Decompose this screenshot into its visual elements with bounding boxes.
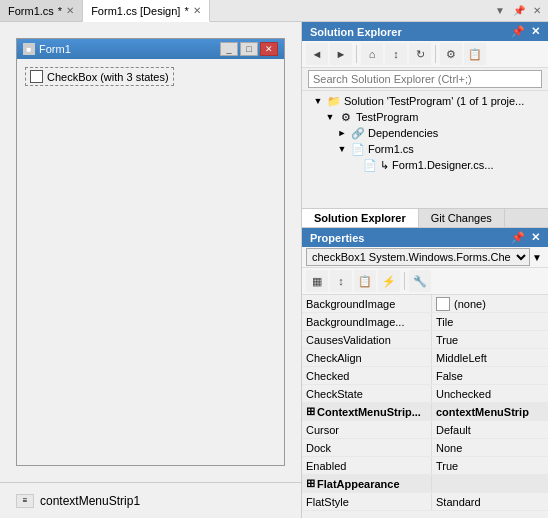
form-window-controls: _ □ ✕ (220, 42, 278, 56)
prop-value-check-align[interactable]: MiddleLeft (432, 349, 548, 366)
prop-value-causes-validation[interactable]: True (432, 331, 548, 348)
tab-form1-design-close[interactable]: ✕ (193, 5, 201, 16)
prop-categorized-btn[interactable]: ▦ (306, 270, 328, 292)
designer-panel: ■ Form1 _ □ ✕ CheckBox (with 3 states) ≡… (0, 22, 302, 518)
project-icon: ⚙ (338, 110, 354, 124)
prop-expand-icon-flat[interactable]: ⊞ (306, 477, 315, 490)
solution-explorer-header-actions: 📌 ✕ (511, 25, 540, 38)
tree-item-project[interactable]: ▼ ⚙ TestProgram (302, 109, 548, 125)
tree-label-project: TestProgram (356, 111, 418, 123)
tree-arrow-form1[interactable]: ▼ (336, 144, 348, 154)
prop-search-btn[interactable]: 🔧 (409, 270, 431, 292)
tree-item-solution[interactable]: ▼ 📁 Solution 'TestProgram' (1 of 1 proje… (302, 93, 548, 109)
tab-close-btn[interactable]: ✕ (530, 4, 544, 17)
prop-properties-btn[interactable]: 📋 (354, 270, 376, 292)
checkbox-box (30, 70, 43, 83)
tab-form1-design-modified: * (184, 5, 188, 17)
prop-object-selector[interactable]: checkBox1 System.Windows.Forms.Che ▼ (302, 247, 548, 268)
solution-explorer-close-btn[interactable]: ✕ (531, 25, 540, 38)
prop-events-btn[interactable]: ⚡ (378, 270, 400, 292)
solution-explorer-search-input[interactable] (308, 70, 542, 88)
prop-name-flat-style: FlatStyle (302, 493, 432, 510)
prop-value-check-state[interactable]: Unchecked (432, 385, 548, 402)
form-minimize-btn[interactable]: _ (220, 42, 238, 56)
context-menu-label: contextMenuStrip1 (40, 494, 140, 508)
se-toolbar-sep-2 (435, 45, 436, 63)
properties-pin-btn[interactable]: 📌 (511, 231, 525, 244)
prop-name-bg-image: BackgroundImage (302, 295, 432, 312)
properties-header-actions: 📌 ✕ (511, 231, 540, 244)
checkbox-control-label: CheckBox (with 3 states) (47, 71, 169, 83)
prop-name-dock: Dock (302, 439, 432, 456)
prop-value-cursor[interactable]: Default (432, 421, 548, 438)
prop-row-dock: Dock None (302, 439, 548, 457)
solution-explorer-pin-btn[interactable]: 📌 (511, 25, 525, 38)
checkbox-control[interactable]: CheckBox (with 3 states) (25, 67, 174, 86)
prop-value-bg-image-layout[interactable]: Tile (432, 313, 548, 330)
tree-item-form1-designer[interactable]: 📄 ↳ Form1.Designer.cs... (302, 157, 548, 173)
prop-row-check-state: CheckState Unchecked (302, 385, 548, 403)
prop-value-flat-style[interactable]: Standard (432, 493, 548, 510)
form-maximize-btn[interactable]: □ (240, 42, 258, 56)
se-toolbar-btn-1[interactable]: ◄ (306, 43, 328, 65)
prop-object-select[interactable]: checkBox1 System.Windows.Forms.Che (306, 248, 530, 266)
prop-row-cursor: Cursor Default (302, 421, 548, 439)
form-titlebar: ■ Form1 _ □ ✕ (17, 39, 284, 59)
tab-spacer (210, 0, 488, 21)
prop-name-causes-validation: CausesValidation (302, 331, 432, 348)
tab-form1-cs-label: Form1.cs (8, 5, 54, 17)
tree-arrow-solution[interactable]: ▼ (312, 96, 324, 106)
tab-git-changes[interactable]: Git Changes (419, 209, 505, 227)
tree-arrow-project[interactable]: ▼ (324, 112, 336, 122)
tab-form1-cs[interactable]: Form1.cs * ✕ (0, 0, 83, 21)
prop-value-enabled[interactable]: True (432, 457, 548, 474)
right-panel: Solution Explorer 📌 ✕ ◄ ► ⌂ ↕ ↻ ⚙ 📋 (302, 22, 548, 518)
prop-name-bg-image-layout: BackgroundImage... (302, 313, 432, 330)
main-area: ■ Form1 _ □ ✕ CheckBox (with 3 states) ≡… (0, 22, 548, 518)
prop-object-dropdown-icon[interactable]: ▼ (530, 252, 544, 263)
form-window-icon: ■ (23, 43, 35, 55)
se-toolbar-btn-3[interactable]: ⌂ (361, 43, 383, 65)
solution-explorer-toolbar: ◄ ► ⌂ ↕ ↻ ⚙ 📋 (302, 41, 548, 68)
prop-row-bg-image-layout: BackgroundImage... Tile (302, 313, 548, 331)
prop-alphabetical-btn[interactable]: ↕ (330, 270, 352, 292)
properties-title: Properties (310, 232, 364, 244)
tab-actions: ▼ 📌 ✕ (488, 0, 548, 21)
prop-value-dock[interactable]: None (432, 439, 548, 456)
form-body[interactable]: CheckBox (with 3 states) (17, 59, 284, 465)
tab-form1-design[interactable]: Form1.cs [Design] * ✕ (83, 0, 210, 22)
prop-row-context-menu-strip: ⊞ ContextMenuStrip... contextMenuStrip (302, 403, 548, 421)
prop-toolbar-sep (404, 272, 405, 290)
properties-close-btn[interactable]: ✕ (531, 231, 540, 244)
prop-toolbar: ▦ ↕ 📋 ⚡ 🔧 (302, 268, 548, 295)
form-window: ■ Form1 _ □ ✕ CheckBox (with 3 states) (16, 38, 285, 466)
prop-value-bg-image[interactable]: (none) (432, 295, 548, 312)
form-close-btn[interactable]: ✕ (260, 42, 278, 56)
tab-solution-explorer[interactable]: Solution Explorer (302, 209, 419, 227)
se-toolbar-btn-6[interactable]: ⚙ (440, 43, 462, 65)
se-toolbar-btn-2[interactable]: ► (330, 43, 352, 65)
se-toolbar-btn-7[interactable]: 📋 (464, 43, 486, 65)
prop-value-context-menu-strip[interactable]: contextMenuStrip (432, 403, 548, 420)
tree-arrow-deps[interactable]: ► (336, 128, 348, 138)
solution-explorer-search (302, 68, 548, 91)
tree-item-deps[interactable]: ► 🔗 Dependencies (302, 125, 548, 141)
solution-icon: 📁 (326, 94, 342, 108)
designer-bottom: ≡ contextMenuStrip1 (0, 482, 301, 518)
prop-row-causes-validation: CausesValidation True (302, 331, 548, 349)
prop-row-check-align: CheckAlign MiddleLeft (302, 349, 548, 367)
solution-explorer: Solution Explorer 📌 ✕ ◄ ► ⌂ ↕ ↻ ⚙ 📋 (302, 22, 548, 228)
prop-row-flat-style: FlatStyle Standard (302, 493, 548, 511)
context-menu-icon: ≡ (16, 494, 34, 508)
prop-name-enabled: Enabled (302, 457, 432, 474)
tree-item-form1[interactable]: ▼ 📄 Form1.cs (302, 141, 548, 157)
prop-value-checked[interactable]: False (432, 367, 548, 384)
tab-pin-btn[interactable]: 📌 (510, 4, 528, 17)
tab-chevron-btn[interactable]: ▼ (492, 4, 508, 17)
prop-row-flat-appearance: ⊞ FlatAppearance (302, 475, 548, 493)
se-toolbar-btn-4[interactable]: ↕ (385, 43, 407, 65)
tab-form1-cs-close[interactable]: ✕ (66, 5, 74, 16)
se-toolbar-btn-5[interactable]: ↻ (409, 43, 431, 65)
prop-table: BackgroundImage (none) BackgroundImage..… (302, 295, 548, 518)
prop-expand-icon-context[interactable]: ⊞ (306, 405, 315, 418)
